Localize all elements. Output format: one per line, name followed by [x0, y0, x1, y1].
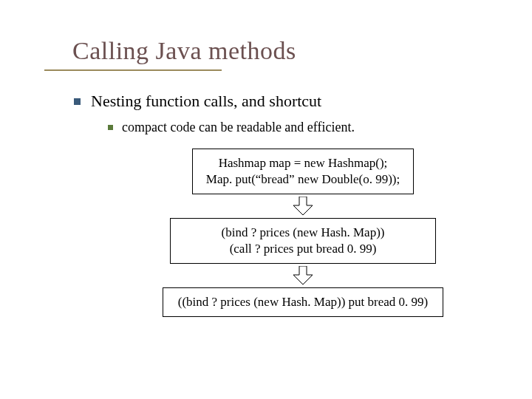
- bullet-text: Nesting function calls, and shortcut: [91, 92, 321, 111]
- title-underline: [44, 69, 222, 71]
- bullet-level1: Nesting function calls, and shortcut: [74, 92, 488, 111]
- bullet-marker: [74, 98, 81, 105]
- code-line: ((bind ? prices (new Hash. Map)) put bre…: [168, 294, 438, 310]
- bullet-text: compact code can be readable and efficie…: [122, 120, 355, 135]
- code-line: Map. put(“bread” new Double(o. 99));: [203, 171, 403, 188]
- down-arrow-icon: [292, 196, 314, 216]
- code-box-3: ((bind ? prices (new Hash. Map)) put bre…: [163, 287, 443, 317]
- bullet-level2: compact code can be readable and efficie…: [108, 120, 488, 135]
- code-line: (bind ? prices (new Hash. Map)): [181, 225, 425, 241]
- code-box-2: (bind ? prices (new Hash. Map)) (call ? …: [170, 218, 436, 264]
- code-box-1: Hashmap map = new Hashmap(); Map. put(“b…: [192, 149, 414, 194]
- code-line: (call ? prices put bread 0. 99): [181, 241, 425, 257]
- bullet-marker: [108, 125, 113, 130]
- down-arrow-icon: [292, 265, 314, 286]
- code-line: Hashmap map = new Hashmap();: [203, 155, 403, 171]
- code-boxes-column: Hashmap map = new Hashmap(); Map. put(“b…: [118, 149, 488, 317]
- slide-title: Calling Java methods: [72, 37, 488, 65]
